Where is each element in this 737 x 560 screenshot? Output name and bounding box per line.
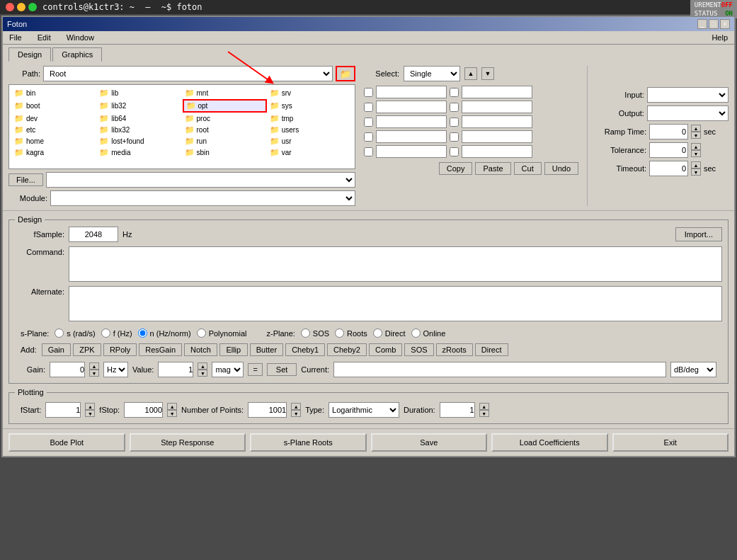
fstart-up[interactable]: ▲ bbox=[85, 403, 95, 410]
copy-btn[interactable]: Copy bbox=[439, 162, 473, 175]
undo-btn[interactable]: Undo bbox=[544, 162, 578, 175]
timeout-down[interactable]: ▼ bbox=[691, 168, 701, 176]
add-ellip-btn[interactable]: Ellip bbox=[219, 343, 248, 356]
channel-checkbox-2b[interactable] bbox=[450, 103, 459, 112]
select-down-btn[interactable]: ▼ bbox=[481, 67, 494, 80]
add-zpk-btn[interactable]: ZPK bbox=[73, 343, 101, 356]
z-option-sos[interactable]: SOS bbox=[301, 328, 329, 338]
gain-unit-select[interactable]: Hz bbox=[103, 362, 128, 377]
terminal-close-btn[interactable] bbox=[6, 3, 14, 11]
timeout-input[interactable]: 0 bbox=[649, 161, 688, 176]
file-item[interactable]: 📁lib bbox=[97, 88, 181, 98]
command-textarea[interactable] bbox=[69, 246, 722, 282]
file-item[interactable]: 📁lib32 bbox=[97, 99, 181, 113]
duration-input[interactable] bbox=[440, 402, 475, 418]
mag-select[interactable]: mag dB bbox=[212, 362, 244, 377]
fstart-down[interactable]: ▼ bbox=[85, 410, 95, 417]
channel-checkbox-5b[interactable] bbox=[450, 147, 459, 156]
add-notch-btn[interactable]: Notch bbox=[184, 343, 217, 356]
menu-edit[interactable]: Edit bbox=[35, 33, 53, 42]
gain-up[interactable]: ▲ bbox=[89, 362, 99, 370]
s-option-hz[interactable]: f (Hz) bbox=[101, 328, 132, 338]
fstop-input[interactable] bbox=[124, 402, 163, 418]
ramptime-up[interactable]: ▲ bbox=[691, 125, 701, 132]
ramptime-down[interactable]: ▼ bbox=[691, 132, 701, 139]
file-item[interactable]: 📁boot bbox=[12, 99, 96, 113]
terminal-minimize-btn[interactable] bbox=[17, 3, 25, 11]
channel-checkbox-5[interactable] bbox=[364, 147, 373, 156]
foton-maximize-btn[interactable]: □ bbox=[709, 19, 719, 29]
file-item[interactable]: 📁etc bbox=[12, 125, 96, 135]
add-comb-btn[interactable]: Comb bbox=[369, 343, 402, 356]
foton-close-btn[interactable]: × bbox=[720, 19, 730, 29]
alternate-textarea[interactable] bbox=[69, 286, 722, 321]
add-resgain-btn[interactable]: ResGain bbox=[139, 343, 182, 356]
fstop-up[interactable]: ▲ bbox=[167, 403, 177, 410]
file-item[interactable]: 📁bin bbox=[12, 88, 96, 98]
tolerance-up[interactable]: ▲ bbox=[691, 143, 701, 150]
channel-input-1[interactable] bbox=[376, 86, 447, 98]
channel-input-2[interactable] bbox=[376, 101, 447, 113]
select-dropdown[interactable]: Single Multiple bbox=[404, 66, 460, 81]
channel-checkbox-1b[interactable] bbox=[450, 88, 459, 97]
add-butter-btn[interactable]: Butter bbox=[250, 343, 283, 356]
ramptime-input[interactable]: 0 bbox=[649, 124, 688, 139]
s-plane-roots-btn[interactable]: s-Plane Roots bbox=[250, 433, 367, 452]
gain-down[interactable]: ▼ bbox=[89, 370, 99, 377]
channel-checkbox-1[interactable] bbox=[364, 88, 373, 97]
file-item[interactable]: 📁opt bbox=[183, 99, 267, 113]
add-rpoly-btn[interactable]: RPoly bbox=[103, 343, 137, 356]
value-down[interactable]: ▼ bbox=[198, 370, 207, 377]
select-up-btn[interactable]: ▲ bbox=[464, 67, 477, 80]
set-btn[interactable]: Set bbox=[267, 363, 297, 376]
channel-input-3[interactable] bbox=[376, 115, 447, 128]
load-coefficients-btn[interactable]: Load Coefficients bbox=[491, 433, 608, 452]
channel-checkbox-4b[interactable] bbox=[450, 132, 459, 142]
channel-input-4b[interactable] bbox=[462, 130, 532, 143]
module-select[interactable] bbox=[50, 190, 355, 206]
menu-window[interactable]: Window bbox=[64, 33, 96, 42]
file-item[interactable]: 📁tmp bbox=[268, 113, 352, 124]
add-gain-btn[interactable]: Gain bbox=[42, 343, 71, 356]
channel-input-2b[interactable] bbox=[462, 101, 532, 113]
duration-up[interactable]: ▲ bbox=[479, 403, 489, 410]
file-item[interactable]: 📁users bbox=[268, 125, 352, 135]
menu-file[interactable]: File bbox=[7, 33, 24, 42]
file-item[interactable]: 📁root bbox=[183, 125, 267, 135]
npoints-down[interactable]: ▼ bbox=[291, 410, 301, 417]
output-select[interactable] bbox=[647, 105, 729, 121]
paste-btn[interactable]: Paste bbox=[475, 162, 510, 175]
file-item[interactable]: 📁mnt bbox=[183, 88, 267, 98]
add-cheby1-btn[interactable]: Cheby1 bbox=[285, 343, 325, 356]
channel-checkbox-3[interactable] bbox=[364, 118, 373, 127]
add-cheby2-btn[interactable]: Cheby2 bbox=[327, 343, 367, 356]
z-option-roots[interactable]: Roots bbox=[335, 328, 367, 338]
fstop-down[interactable]: ▼ bbox=[167, 410, 177, 417]
channel-checkbox-2[interactable] bbox=[364, 103, 373, 112]
menu-help[interactable]: Help bbox=[709, 33, 730, 42]
file-item[interactable]: 📁sys bbox=[268, 99, 352, 113]
npoints-input[interactable] bbox=[248, 402, 287, 418]
type-select[interactable]: Logarithmic Linear bbox=[328, 402, 399, 418]
s-option-norm[interactable]: n (Hz/norm) bbox=[138, 328, 191, 338]
z-option-online[interactable]: Online bbox=[411, 328, 446, 338]
exit-btn[interactable]: Exit bbox=[612, 433, 729, 452]
s-option-poly[interactable]: Polynomial bbox=[197, 328, 247, 338]
s-option-rads[interactable]: s (rad/s) bbox=[55, 328, 95, 338]
import-btn[interactable]: Import... bbox=[675, 227, 722, 241]
path-select[interactable]: Root bbox=[43, 66, 333, 81]
dbdeg-select[interactable]: dB/deg dB/rad bbox=[670, 362, 716, 377]
save-btn[interactable]: Save bbox=[371, 433, 488, 452]
bode-plot-btn[interactable]: Bode Plot bbox=[8, 433, 125, 452]
file-btn[interactable]: File... bbox=[8, 173, 43, 186]
tolerance-input[interactable]: 0 bbox=[649, 142, 688, 158]
input-select[interactable] bbox=[647, 87, 729, 103]
terminal-maximize-btn[interactable] bbox=[28, 3, 37, 11]
file-item[interactable]: 📁lib64 bbox=[97, 113, 181, 124]
tab-graphics[interactable]: Graphics bbox=[52, 47, 102, 62]
file-item[interactable]: 📁kagra bbox=[12, 147, 96, 158]
duration-down[interactable]: ▼ bbox=[479, 410, 489, 417]
file-item[interactable]: 📁srv bbox=[268, 88, 352, 98]
channel-checkbox-3b[interactable] bbox=[450, 118, 459, 127]
channel-input-1b[interactable] bbox=[462, 86, 532, 98]
